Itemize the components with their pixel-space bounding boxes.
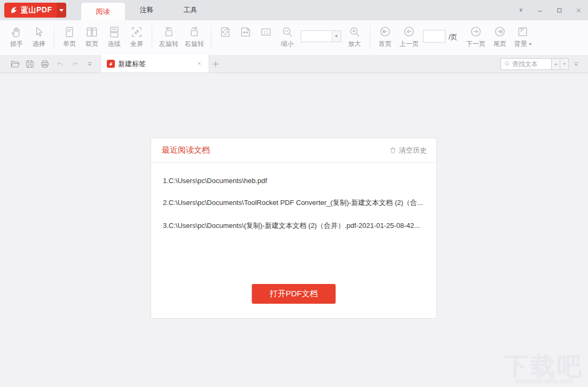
next-page-button[interactable]: 下一页 [463, 20, 489, 48]
new-tab-button[interactable] [208, 55, 223, 73]
app-menu-caret[interactable] [57, 3, 66, 18]
single-page-icon [62, 25, 76, 39]
document-tab-title: 新建标签 [118, 59, 192, 69]
cursor-icon [32, 25, 46, 39]
hand-icon [10, 25, 23, 39]
last-page-icon [493, 25, 507, 39]
search-icon [504, 60, 511, 67]
watermark-title: 下载吧 [504, 353, 584, 379]
collapse-toolbar-icon [517, 6, 525, 14]
titlebar: 蓝山PDF 阅读 注释 工具 [0, 0, 588, 20]
watermark-url: www.xiazaiba.com [504, 377, 584, 385]
find-previous-button[interactable] [552, 58, 560, 70]
actual-size-button[interactable]: 1:1 [256, 20, 276, 39]
recent-document-item[interactable]: 2.C:\Users\pc\Documents\ToolRocket PDF C… [163, 198, 426, 208]
zoom-level-input[interactable] [301, 31, 332, 42]
find-next-button[interactable] [560, 58, 569, 70]
background-icon [516, 25, 530, 39]
single-page-button[interactable]: 单页 [58, 20, 81, 48]
tab-read[interactable]: 阅读 [81, 3, 125, 20]
zoom-level-dropdown[interactable] [332, 31, 341, 42]
collapse-toolbar-button[interactable] [511, 0, 530, 20]
redo-button[interactable] [67, 55, 82, 73]
rotate-left-icon [162, 25, 176, 39]
open-pdf-button[interactable]: 打开PDF文档 [252, 284, 336, 304]
toolbar-separator [152, 26, 152, 49]
recent-document-item[interactable]: 3.C:\Users\pc\Documents\(复制)-新建文本文档 (2)（… [163, 221, 426, 231]
app-logo-icon [8, 4, 20, 16]
redo-icon [69, 59, 80, 69]
recent-panel-title: 最近阅读文档 [162, 145, 210, 155]
undo-button[interactable] [52, 55, 67, 73]
zoom-level-combobox[interactable] [301, 30, 341, 42]
find-options-button[interactable] [569, 55, 584, 73]
quick-access-more-button[interactable] [82, 55, 97, 73]
save-button[interactable] [22, 55, 37, 73]
open-file-button[interactable] [7, 55, 22, 73]
zoom-in-button[interactable]: 放大 [343, 20, 366, 48]
prev-page-button[interactable]: 上一页 [396, 20, 422, 48]
continuous-pages-icon [107, 25, 121, 39]
plus-icon [210, 59, 221, 69]
main-content: 最近阅读文档 清空历史 1.C:\Users\pc\Documents\heb.… [0, 73, 588, 387]
print-button[interactable] [37, 55, 52, 73]
save-icon [25, 59, 35, 69]
close-icon [195, 60, 203, 67]
minimize-button[interactable] [530, 0, 550, 20]
page-number-input-box[interactable] [423, 30, 445, 43]
find-text-group [500, 55, 584, 73]
background-button[interactable]: 背景 [511, 20, 535, 48]
hand-tool-button[interactable]: 抓手 [5, 20, 28, 48]
rotate-right-button[interactable]: 右旋转 [182, 20, 207, 48]
tab-tools[interactable]: 工具 [169, 0, 213, 20]
recent-panel-header: 最近阅读文档 清空历史 [151, 138, 436, 163]
triangle-up-icon [554, 63, 558, 65]
printer-icon [40, 59, 50, 69]
background-label: 背景 [514, 41, 527, 48]
find-text-input[interactable] [512, 60, 549, 68]
trash-icon [389, 146, 397, 154]
app-name: 蓝山PDF [21, 5, 57, 15]
page-unit-label: /页 [449, 33, 458, 42]
fit-page-button[interactable] [215, 20, 236, 39]
minimize-icon [536, 6, 544, 14]
close-button[interactable] [569, 0, 588, 20]
maximize-button[interactable] [550, 0, 569, 20]
pdf-document-icon [107, 60, 115, 68]
recent-documents-list: 1.C:\Users\pc\Documents\heb.pdf 2.C:\Use… [151, 163, 436, 231]
triangle-down-icon [563, 63, 566, 65]
double-page-button[interactable]: 双页 [81, 20, 103, 48]
fullscreen-button[interactable]: 全屏 [126, 20, 148, 48]
page-number-input[interactable] [424, 30, 445, 42]
first-page-button[interactable]: 首页 [374, 20, 396, 48]
find-text-box[interactable] [500, 58, 552, 70]
clear-history-label: 清空历史 [399, 146, 427, 155]
tab-annotate[interactable]: 注释 [125, 0, 169, 20]
toolbar-separator [370, 26, 370, 49]
watermark: 下载吧 www.xiazaiba.com [504, 353, 584, 385]
clear-history-button[interactable]: 清空历史 [389, 146, 427, 155]
svg-text:1:1: 1:1 [263, 30, 269, 35]
more-dropdown-icon [571, 59, 582, 69]
last-page-button[interactable]: 尾页 [489, 20, 511, 48]
first-page-icon [378, 25, 392, 39]
undo-icon [54, 59, 65, 69]
next-page-icon [469, 25, 483, 39]
continuous-view-button[interactable]: 连续 [103, 20, 126, 48]
document-tab[interactable]: 新建标签 [101, 55, 208, 73]
fit-page-icon [218, 25, 232, 39]
zoom-out-icon [280, 25, 294, 39]
more-dropdown-icon [84, 59, 95, 69]
recent-document-item[interactable]: 1.C:\Users\pc\Documents\heb.pdf [163, 177, 426, 185]
close-tab-button[interactable] [195, 60, 204, 68]
fit-width-icon [239, 25, 253, 39]
window-controls [511, 0, 588, 20]
app-menu-button[interactable]: 蓝山PDF [4, 3, 66, 18]
zoom-out-button[interactable]: 缩小 [276, 20, 299, 48]
fit-width-button[interactable] [236, 20, 256, 39]
caret-down-icon [529, 43, 532, 45]
select-tool-button[interactable]: 选择 [28, 20, 50, 48]
fullscreen-icon [130, 25, 144, 39]
rotate-left-button[interactable]: 左旋转 [156, 20, 182, 48]
prev-page-icon [402, 25, 416, 39]
